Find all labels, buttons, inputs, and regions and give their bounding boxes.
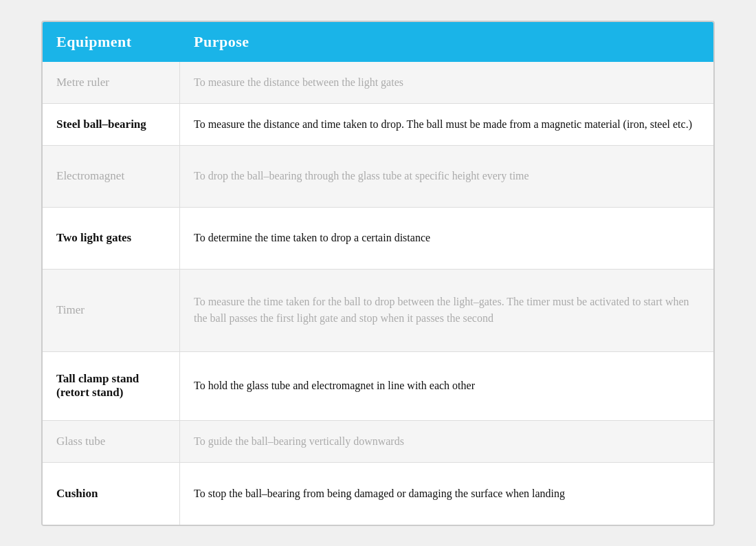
- table-row: Two light gates To determine the time ta…: [43, 208, 713, 270]
- table-row: Tall clamp stand (retort stand) To hold …: [43, 352, 713, 421]
- purpose-cell: To measure the distance and time taken t…: [180, 104, 713, 145]
- table-row: Timer To measure the time taken for the …: [43, 270, 713, 352]
- purpose-cell: To measure the time taken for the ball t…: [180, 270, 713, 351]
- purpose-cell: To determine the time taken to drop a ce…: [180, 208, 713, 269]
- equipment-header: Equipment: [43, 22, 180, 62]
- equipment-cell: Two light gates: [43, 208, 180, 269]
- table-row: Metre ruler To measure the distance betw…: [43, 62, 713, 104]
- table-header: Equipment Purpose: [43, 22, 713, 62]
- purpose-cell: To measure the distance between the ligh…: [180, 62, 713, 103]
- equipment-cell: Cushion: [43, 463, 180, 525]
- table-row: Cushion To stop the ball–bearing from be…: [43, 463, 713, 525]
- equipment-table: Equipment Purpose Metre ruler To measure…: [41, 21, 715, 526]
- equipment-cell: Glass tube: [43, 421, 180, 462]
- equipment-cell: Electromagnet: [43, 146, 180, 207]
- purpose-cell: To stop the ball–bearing from being dama…: [180, 463, 713, 525]
- table-row: Steel ball–bearing To measure the distan…: [43, 104, 713, 146]
- purpose-cell: To guide the ball–bearing vertically dow…: [180, 421, 713, 462]
- purpose-cell: To drop the ball–bearing through the gla…: [180, 146, 713, 207]
- equipment-cell: Steel ball–bearing: [43, 104, 180, 145]
- equipment-cell: Tall clamp stand (retort stand): [43, 352, 180, 420]
- purpose-cell: To hold the glass tube and electromagnet…: [180, 352, 713, 420]
- equipment-cell: Metre ruler: [43, 62, 180, 103]
- table-row: Electromagnet To drop the ball–bearing t…: [43, 146, 713, 208]
- purpose-header: Purpose: [180, 22, 713, 62]
- table-body: Metre ruler To measure the distance betw…: [43, 62, 713, 525]
- table-row: Glass tube To guide the ball–bearing ver…: [43, 421, 713, 463]
- equipment-cell: Timer: [43, 270, 180, 351]
